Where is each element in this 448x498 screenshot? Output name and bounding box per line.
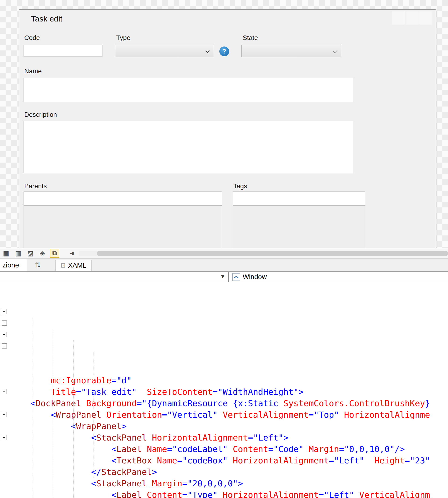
- snap-to-grid-icon[interactable]: ◈: [38, 249, 47, 258]
- dropdown-arrow-icon[interactable]: ▾: [221, 273, 224, 280]
- xaml-tab-icon: ⊡: [61, 262, 66, 269]
- xaml-code-editor[interactable]: mc:Ignorable="d" Title="Task edit" SizeT…: [0, 282, 448, 498]
- fold-collapse-icon[interactable]: [2, 343, 7, 348]
- indent-guide: [33, 317, 33, 498]
- type-combobox[interactable]: [115, 45, 214, 57]
- element-navigation-bar: ▾ <> Window: [0, 272, 448, 282]
- snap-lines-icon[interactable]: ⧉: [50, 249, 59, 258]
- designer-toolbar: ▦▥▨◈⧉ ◀: [0, 248, 448, 258]
- code-label: Code: [24, 34, 40, 42]
- code-line[interactable]: <StackPanel HorizontalAlignment="Left">: [10, 432, 448, 443]
- code-line[interactable]: <TextBox Name="codeBox" HorizontalAlignm…: [10, 455, 448, 466]
- window-title: Task edit: [31, 14, 62, 23]
- maximize-button-placeholder: [405, 11, 419, 25]
- fold-collapse-icon[interactable]: [2, 309, 7, 314]
- indent-guide: [94, 352, 94, 375]
- selected-element-dropdown[interactable]: Window: [243, 273, 267, 281]
- code-line[interactable]: <WrapPanel Orientation="Vertical" Vertic…: [10, 409, 448, 420]
- design-tab-label: zione: [2, 261, 19, 269]
- ruler-grid-icon[interactable]: ▥: [14, 249, 23, 258]
- code-input[interactable]: [24, 45, 102, 57]
- parents-input[interactable]: [24, 191, 222, 205]
- scrollbar-thumb[interactable]: [97, 251, 448, 256]
- view-tab-bar: zione ⇅ ⊡ XAML: [0, 258, 448, 272]
- xml-element-icon: <>: [232, 273, 240, 281]
- tab-xaml[interactable]: ⊡ XAML: [56, 260, 92, 271]
- fold-collapse-icon[interactable]: [2, 389, 7, 394]
- description-input[interactable]: [24, 121, 353, 173]
- xaml-tab-label: XAML: [68, 262, 86, 269]
- fold-collapse-icon[interactable]: [2, 435, 7, 440]
- close-button-placeholder: [419, 11, 432, 25]
- tags-label: Tags: [233, 182, 247, 190]
- indent-guide: [73, 340, 74, 498]
- chevron-down-icon: [205, 49, 209, 53]
- code-line[interactable]: <Label Name="codeLabel" Content="Code" M…: [10, 443, 448, 455]
- code-line[interactable]: <StackPanel Margin="20,0,0,0">: [10, 478, 448, 489]
- name-label: Name: [24, 68, 42, 75]
- code-line[interactable]: <Label Content="Type" HorizontalAlignmen…: [10, 489, 448, 498]
- tags-listbox[interactable]: [233, 205, 365, 248]
- state-combobox[interactable]: [241, 45, 341, 57]
- task-edit-design-window[interactable]: Task edit Code Type ? State Name Descrip…: [19, 9, 436, 248]
- code-line[interactable]: </StackPanel>: [10, 466, 448, 478]
- fold-collapse-icon[interactable]: [2, 412, 7, 417]
- window-control-placeholders: [392, 11, 432, 25]
- code-line[interactable]: mc:Ignorable="d": [10, 375, 448, 386]
- indent-guide: [53, 329, 53, 498]
- minimize-button-placeholder: [392, 11, 405, 25]
- scroll-left-icon[interactable]: ◀: [70, 250, 74, 256]
- fold-collapse-icon[interactable]: [2, 332, 7, 337]
- code-text-area[interactable]: mc:Ignorable="d" Title="Task edit" SizeT…: [10, 282, 448, 498]
- type-label: Type: [116, 34, 130, 42]
- code-line[interactable]: Title="Task edit" SizeToContent="WidthAn…: [10, 386, 448, 397]
- tab-design[interactable]: zione: [0, 258, 27, 272]
- parents-label: Parents: [24, 182, 47, 190]
- parents-listbox[interactable]: [24, 205, 222, 248]
- question-mark-icon: ?: [222, 48, 226, 55]
- code-line[interactable]: <WrapPanel>: [10, 420, 448, 432]
- name-input[interactable]: [24, 78, 353, 102]
- tags-input[interactable]: [233, 191, 365, 205]
- chevron-down-icon: [333, 49, 337, 53]
- code-line[interactable]: <DockPanel Background="{DynamicResource …: [10, 397, 448, 409]
- description-label: Description: [24, 111, 57, 119]
- horizontal-scrollbar[interactable]: [79, 251, 448, 256]
- navbar-separator: [228, 272, 229, 282]
- fold-scope-line: [4, 309, 4, 498]
- thumbnail-grid-icon[interactable]: ▦: [1, 249, 11, 258]
- code-folding-margin[interactable]: [0, 282, 10, 498]
- contrast-swatch-icon[interactable]: ▨: [26, 249, 35, 258]
- indent-guide: [114, 443, 114, 455]
- help-button[interactable]: ?: [219, 47, 229, 56]
- designer-canvas: Task edit Code Type ? State Name Descrip…: [0, 0, 448, 248]
- indent-guide: [94, 397, 94, 478]
- fold-collapse-icon[interactable]: [2, 321, 7, 326]
- state-label: State: [243, 34, 258, 42]
- swap-panes-icon[interactable]: ⇅: [35, 261, 41, 269]
